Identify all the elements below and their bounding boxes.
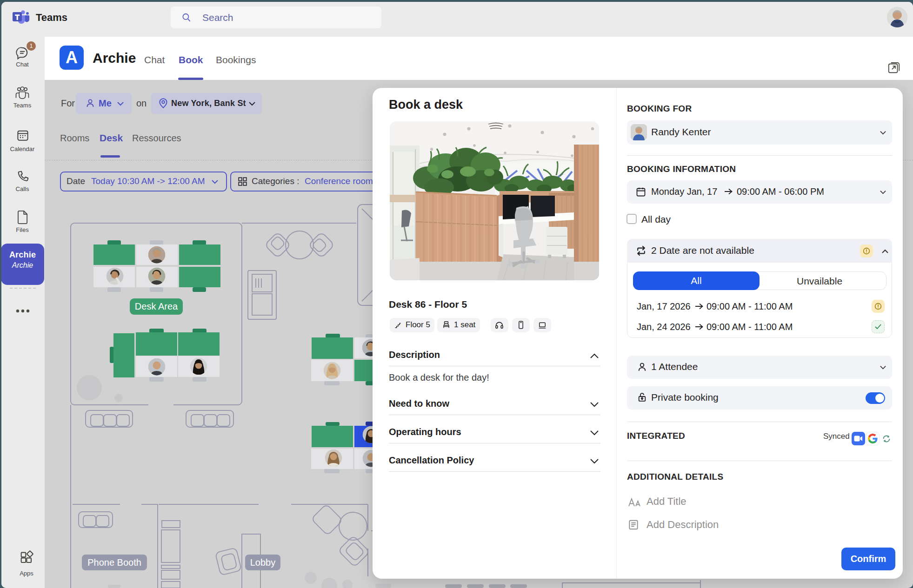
svg-text:Phone Booth: Phone Booth <box>87 557 141 568</box>
svg-text:Desk Area: Desk Area <box>135 301 178 311</box>
svg-text:Lobby: Lobby <box>250 557 276 568</box>
